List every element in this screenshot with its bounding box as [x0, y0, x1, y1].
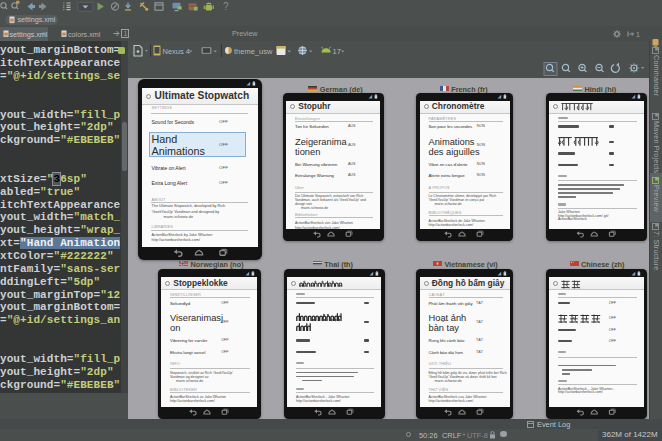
svg-text:?: ? [223, 1, 229, 12]
svg-text:1: 1 [636, 31, 640, 38]
svg-text:theme_usw: theme_usw [234, 47, 273, 56]
svg-text:1: 1 [124, 30, 128, 37]
svg-text:Nexus 4: Nexus 4 [163, 47, 191, 56]
svg-text:17: 17 [333, 47, 341, 56]
